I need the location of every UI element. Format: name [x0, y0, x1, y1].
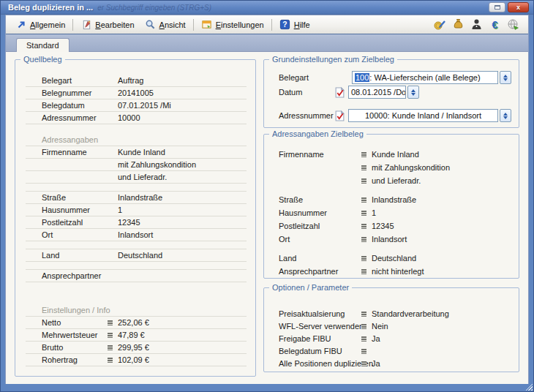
belegart-text: : WA-Lieferschein (alle Belege) — [369, 73, 480, 82]
field-value-text: nicht hinterlegt — [372, 267, 424, 276]
groupbox-optionen-parameter: Optionen / Parameter Preisaktualsierung … — [263, 287, 519, 372]
tab-standard[interactable]: Standard — [16, 38, 69, 52]
value-bullet-icon — [108, 345, 113, 350]
package-globe-icon[interactable] — [507, 18, 519, 31]
menu-item-bearbeiten[interactable]: Bearbeiten — [75, 18, 139, 32]
field-row: mit Zahlungskondition — [279, 161, 511, 174]
menu-item-ansicht[interactable]: Ansicht — [140, 18, 191, 32]
field-row: Mehrwertsteuer 47,89 € — [26, 329, 247, 342]
belegart-row: Belegart 100 : WA-Lieferschein (alle Bel… — [279, 70, 511, 85]
belegart-spinner[interactable] — [500, 71, 511, 84]
field-row: Hausnummer 1 — [279, 206, 511, 219]
dialog-window: Beleg duplizieren in ... er Suchbegriff … — [0, 0, 534, 392]
datum-input[interactable]: 08.01.2015 /Do — [348, 86, 406, 99]
field-row: Firmenname Kunde Inland — [279, 148, 511, 161]
field-value: 07.01.2015 /Mi — [118, 101, 247, 110]
menu-label: Ansicht — [159, 20, 186, 29]
euro-icon[interactable]: € — [489, 18, 501, 31]
field-value: Standardverarbeitung — [372, 309, 511, 318]
value-bullet-icon — [361, 336, 366, 342]
field-value: 102,09 € — [118, 355, 247, 364]
field-label: Adressnummer — [26, 113, 118, 122]
field-row — [279, 187, 511, 193]
field-value: 1 — [118, 206, 247, 214]
field-row: mit Zahlungskondition — [26, 159, 247, 171]
field-label: Straße — [279, 195, 372, 204]
menu-item-einstellungen[interactable]: Einstellungen — [196, 18, 269, 32]
value-bullet-icon — [361, 269, 366, 274]
groupbox-title: Grundeinstellungen zum Zielbeleg — [269, 55, 397, 64]
field-value-text: Nein — [372, 322, 388, 331]
field-label: Belegnummer — [26, 88, 118, 97]
field-label: Mehrwertsteuer — [26, 331, 118, 339]
field-value-text: und Lieferadr. — [372, 176, 421, 185]
field-row — [26, 124, 247, 134]
value-bullet-icon — [361, 237, 366, 242]
field-value: Auftrag — [118, 76, 247, 85]
help-icon: ? — [279, 19, 291, 31]
field-label: Belegdatum FIBU — [279, 347, 372, 355]
person-icon[interactable] — [470, 18, 483, 31]
titlebar[interactable]: Beleg duplizieren in ... er Suchbegriff … — [1, 1, 533, 15]
field-row: Ansprechpartner — [26, 270, 247, 282]
field-value: Ja — [372, 359, 511, 368]
coin-pen-icon[interactable] — [434, 18, 446, 31]
groupbox-title: Quellbeleg — [20, 55, 65, 64]
field-value-text: Kunde Inland — [372, 150, 419, 159]
magnifier-icon — [145, 19, 157, 31]
field-value-text: Deutschland — [118, 251, 162, 260]
adressnummer-row: Adressnummer 10000: Kunde Inland / Inlan… — [279, 108, 511, 123]
field-value-text: und Lieferadr. — [118, 173, 167, 181]
field-row: Land Deutschland — [26, 249, 247, 262]
field-label: Preisaktualsierung — [279, 309, 372, 318]
spin-up-icon — [411, 89, 415, 92]
field-row: Land Deutschland — [279, 252, 511, 265]
field-row — [26, 282, 247, 304]
resize-grip[interactable] — [524, 382, 533, 391]
field-row: Rohertrag 102,09 € — [26, 354, 247, 366]
field-value: mit Zahlungskondition — [372, 163, 511, 172]
field-label: Ort — [26, 230, 118, 239]
spin-down-icon — [503, 116, 508, 119]
spin-up-icon — [503, 113, 508, 116]
field-label: Brutto — [26, 343, 118, 352]
checkmark-page-icon[interactable] — [335, 110, 345, 121]
adressnummer-select[interactable]: 10000: Kunde Inland / Inlandsort — [348, 109, 498, 122]
tab-strip: Standard — [6, 34, 528, 52]
menu-item-hilfe[interactable]: ? Hilfe — [274, 18, 315, 32]
spin-down-icon — [411, 93, 415, 96]
value-bullet-icon — [361, 361, 366, 366]
field-value: 10000 — [118, 113, 247, 122]
field-row: Hausnummer 1 — [26, 204, 247, 216]
field-label: Ort — [279, 235, 372, 244]
field-row: Preisaktualsierung Standardverarbeitung — [279, 307, 511, 320]
field-row: Ort Inlandsort — [26, 229, 247, 241]
value-bullet-icon — [108, 333, 113, 338]
checkmark-page-icon[interactable] — [335, 87, 345, 98]
field-row: WFL-Server verwenden Nein — [279, 320, 511, 332]
value-bullet-icon — [361, 324, 366, 329]
money-bag-icon[interactable] — [452, 18, 465, 31]
menu-separator — [72, 19, 73, 31]
close-window-button[interactable]: x — [508, 2, 529, 12]
field-label: Adressangaben — [26, 135, 98, 144]
field-value: 1 — [372, 208, 511, 217]
field-row: Belegart Auftrag — [26, 75, 247, 87]
field-label: Netto — [26, 318, 118, 327]
field-row: Belegdatum FIBU — [279, 344, 511, 357]
restore-window-button[interactable] — [489, 2, 505, 12]
belegart-select[interactable]: 100 : WA-Lieferschein (alle Belege) — [352, 71, 498, 84]
field-label: Rohertrag — [26, 355, 118, 364]
menu-item-allgemein[interactable]: Allgemein — [10, 18, 70, 32]
field-value: Inlandstraße — [118, 193, 247, 202]
window-title: Beleg duplizieren in ... — [8, 3, 93, 12]
field-value-text: Inlandsort — [118, 230, 153, 239]
adressnummer-spinner[interactable] — [500, 109, 511, 122]
value-bullet-icon — [361, 349, 366, 354]
value-bullet-icon — [361, 224, 366, 229]
menu-label: Bearbeiten — [95, 20, 134, 29]
datum-spinner[interactable] — [407, 86, 419, 99]
menubar: Allgemein Bearbeiten Ansicht Eins — [6, 15, 528, 34]
document-pen-icon — [80, 19, 92, 31]
field-row: Adressangaben — [26, 134, 247, 146]
